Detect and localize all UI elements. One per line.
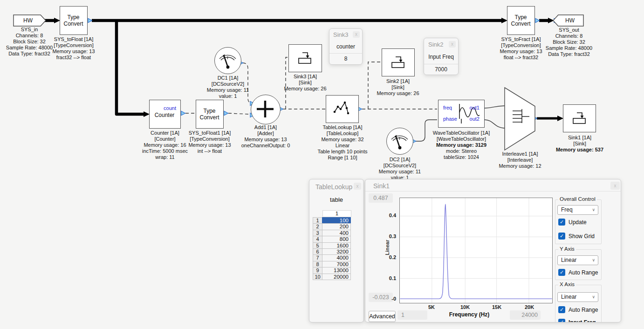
y-axis-dropdown[interactable]: Linear∨ — [557, 255, 598, 265]
chevron-down-icon: ∨ — [592, 256, 595, 265]
caption-table-lookup: TableLookup [1A][TableLookup] Memory usa… — [317, 124, 367, 161]
chevron-down-icon: ∨ — [592, 206, 595, 214]
group-legend: Y Axis — [558, 246, 576, 252]
x-axis-group: X Axis — [555, 285, 602, 322]
advanced-button[interactable]: Advanced — [369, 311, 396, 322]
caption-sink2: Sink2 [1A][Sink] Memory usage: 26 — [377, 78, 419, 96]
plus-icon — [251, 95, 280, 123]
block-diagram-canvas: HW SYS_inChannels: 8 Block Size: 32Sampl… — [0, 0, 644, 329]
overall-control-dropdown[interactable]: Freq∨ — [557, 205, 598, 215]
caption-sink3: Sink3 [1A][Sink] Memory usage: 26 — [284, 74, 326, 92]
table-header: table — [309, 196, 363, 203]
sink-block[interactable] — [382, 48, 415, 76]
update-checkbox[interactable]: ✓ Update — [558, 219, 587, 226]
checkbox-checked-icon[interactable]: ✓ — [558, 269, 565, 276]
x-auto-range-checkbox[interactable]: ✓ Auto Range — [558, 306, 598, 313]
table-row[interactable]: 87000 — [313, 261, 351, 267]
checkbox-checked-icon[interactable]: ✓ — [558, 306, 565, 313]
gauge-icon — [387, 128, 412, 154]
y-auto-range-checkbox[interactable]: ✓ Auto Range — [558, 269, 598, 276]
type-convert-block[interactable]: Type Convert — [60, 6, 88, 35]
panel-title[interactable]: Sink3 — [333, 31, 349, 38]
freq-port-label: freq — [443, 105, 452, 110]
caption-sys-in: SYS_inChannels: 8 Block Size: 32Sample R… — [6, 27, 53, 57]
caption-sys-to-float: SYS_toFloat [1A][TypeConversion] Memory … — [52, 36, 95, 61]
caption-sys-out: SYS_outChannels: 8 Block Size: 32Sample … — [546, 27, 592, 57]
type-convert-block[interactable]: Type Convert — [196, 100, 224, 129]
divider — [329, 53, 362, 54]
table-row[interactable]: 3400 — [313, 230, 351, 236]
panel-titlebar[interactable]: Sink1 — [365, 179, 621, 192]
x-tick: 10K — [460, 304, 470, 310]
interleave-block[interactable] — [503, 87, 538, 153]
caption-sys-to-fract: SYS_toFract [1A][TypeConversion] Memory … — [500, 36, 542, 61]
x-min-field: 1 — [397, 310, 427, 320]
caption-dc1: DC1 [1A][DCSourceV2] Memory usage: 11val… — [207, 75, 249, 99]
checkbox-checked-icon[interactable]: ✓ — [558, 319, 565, 322]
table-row[interactable]: 1020000 — [313, 274, 351, 280]
table-row[interactable]: 74000 — [313, 254, 351, 261]
table-row[interactable]: 4800 — [313, 236, 351, 242]
close-icon[interactable]: x — [353, 31, 360, 38]
caption-dc2: DC2 [1A][DCSourceV2] Memory usage: 11val… — [379, 157, 421, 181]
input-freq-checkbox[interactable]: ✓ Input Freq — [558, 319, 596, 322]
out1-port-label: out1 — [466, 105, 480, 110]
table-lookup-block[interactable] — [326, 95, 359, 123]
lookup-curve-icon — [332, 101, 353, 117]
table-row[interactable]: 913000 — [313, 267, 351, 274]
table-row[interactable]: 63200 — [313, 248, 351, 255]
wavetable-oscillator-block[interactable] — [438, 100, 485, 128]
hw-output-label: HW — [559, 17, 581, 24]
column-header: 1 — [322, 210, 351, 217]
checkbox-checked-icon[interactable]: ✓ — [558, 219, 565, 226]
output-port-icon — [88, 19, 92, 23]
caption-interleave1: Interleave1 [1A][Interleave] Memory usag… — [499, 151, 541, 169]
close-icon[interactable]: x — [610, 182, 620, 190]
type-convert-block[interactable]: Type Convert — [507, 6, 535, 35]
spectrum-plot — [399, 198, 553, 303]
field-value[interactable]: 8 — [329, 55, 362, 62]
field-label: counter — [329, 43, 362, 50]
close-icon[interactable]: x — [449, 41, 456, 48]
caption-sink1: Sink1 [1A][Sink] Memory usage: 537 — [556, 135, 603, 153]
sink-icon — [297, 51, 315, 65]
field-value[interactable]: 7000 — [424, 66, 458, 73]
caption-sys-to-float1: SYS_toFloat1 [1A][TypeConversion] Memory… — [188, 130, 231, 154]
counter-block[interactable]: Counter — [149, 100, 181, 129]
table-row[interactable]: 2200 — [313, 223, 351, 230]
sink2-inspector-panel[interactable]: Sink2 x Input Freq 7000 — [424, 38, 459, 75]
adder-block[interactable] — [251, 95, 281, 124]
x-axis-dropdown[interactable]: Linear∨ — [557, 292, 598, 302]
x-tick: 15K — [492, 304, 501, 310]
show-grid-checkbox[interactable]: ✓ Show Grid — [558, 233, 595, 240]
x-max-field: 24000 — [510, 310, 541, 320]
sink1-plot-panel[interactable]: Sink1 x 0.487 -0.023 0.4 0.3 0.2 0.1 -0 … — [365, 179, 621, 322]
y-tick: 0.1 — [377, 275, 396, 281]
x-tick: 20K — [525, 304, 534, 310]
caption-add1: Add1 [1A][Adder] Memory usage: 13oneChan… — [241, 124, 290, 149]
y-axis-label: Linear — [384, 233, 390, 261]
dc-source-block[interactable] — [386, 128, 413, 155]
dc-source-block[interactable] — [214, 47, 241, 74]
plot-grid — [400, 198, 552, 303]
checkbox-checked-icon[interactable]: ✓ — [558, 233, 565, 240]
sink-block[interactable] — [563, 104, 596, 132]
sink-block[interactable] — [288, 44, 322, 72]
sink3-inspector-panel[interactable]: Sink3 x counter 8 — [329, 28, 363, 65]
caption-counter: Counter [1A][Counter] Memory usage: 16in… — [142, 130, 188, 160]
column-header-row: 1 — [313, 210, 351, 217]
y-tick: -0 — [377, 296, 396, 302]
sink-icon — [390, 55, 408, 69]
group-legend: Overall Control — [558, 196, 597, 202]
panel-title[interactable]: Sink1 — [373, 182, 390, 190]
table-row[interactable]: 51600 — [313, 242, 351, 249]
table-row[interactable]: 1100 — [313, 217, 351, 224]
spectrum-line — [400, 205, 552, 299]
chevron-down-icon: ∨ — [592, 293, 595, 302]
panel-title[interactable]: Sink2 — [428, 41, 444, 48]
close-icon[interactable]: x — [354, 183, 361, 190]
panel-title[interactable]: TableLookup — [315, 183, 352, 191]
count-port-label: count — [156, 105, 176, 111]
table-lookup-panel[interactable]: TableLookup x table 1 1100 2200 3400 480… — [309, 179, 364, 322]
divider — [424, 64, 458, 64]
